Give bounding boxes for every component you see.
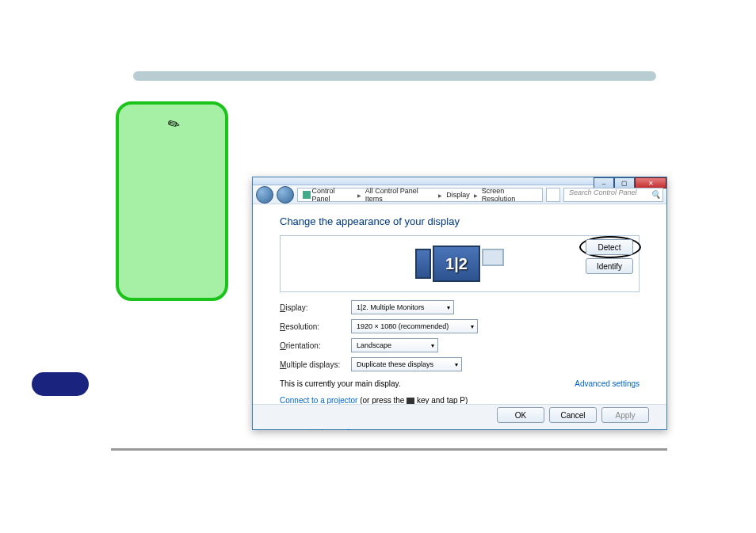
orientation-dropdown[interactable]: Landscape bbox=[351, 338, 438, 352]
monitor-thumb-tiny bbox=[482, 249, 504, 266]
control-panel-icon bbox=[303, 191, 311, 199]
page-title: Change the appearance of your display bbox=[280, 215, 640, 227]
advanced-settings-link[interactable]: Advanced settings bbox=[575, 379, 640, 388]
pen-icon: ✎ bbox=[165, 114, 184, 135]
main-display-text: This is currently your main display. bbox=[280, 379, 401, 388]
display-label: Display: bbox=[280, 303, 351, 312]
blue-pill bbox=[32, 372, 89, 396]
monitor-thumb-main[interactable]: 1|2 bbox=[433, 246, 480, 282]
ok-button[interactable]: OK bbox=[497, 407, 544, 423]
screen-resolution-dialog: – ▢ ✕ Control Panel All Control Panel It… bbox=[252, 177, 667, 430]
search-icon: 🔍 bbox=[651, 190, 660, 199]
forward-button[interactable] bbox=[277, 186, 294, 204]
address-toolbar: Control Panel All Control Panel Items Di… bbox=[253, 185, 666, 204]
refresh-button[interactable] bbox=[546, 188, 560, 202]
back-button[interactable] bbox=[256, 186, 273, 204]
breadcrumb-item[interactable]: Screen Resolution bbox=[482, 187, 537, 203]
cancel-button[interactable]: Cancel bbox=[549, 407, 597, 423]
search-input[interactable]: Search Control Panel 🔍 bbox=[563, 188, 663, 202]
orientation-label: Orientation: bbox=[280, 341, 351, 350]
breadcrumb-item[interactable]: Control Panel bbox=[312, 187, 353, 203]
info-row: This is currently your main display. Adv… bbox=[280, 379, 640, 388]
multiple-displays-label: Multiple displays: bbox=[280, 360, 351, 369]
breadcrumb-item[interactable]: Display bbox=[446, 191, 470, 199]
monitor-thumb-small bbox=[415, 249, 431, 279]
search-placeholder: Search Control Panel bbox=[569, 188, 637, 196]
resolution-label: Resolution: bbox=[280, 322, 351, 331]
monitor-number-label: 1|2 bbox=[445, 255, 468, 273]
bottom-separator bbox=[111, 448, 667, 451]
breadcrumb[interactable]: Control Panel All Control Panel Items Di… bbox=[297, 188, 543, 202]
detect-button[interactable]: Detect bbox=[586, 239, 633, 255]
display-dropdown[interactable]: 1|2. Multiple Monitors bbox=[351, 300, 454, 314]
apply-button[interactable]: Apply bbox=[601, 407, 649, 423]
identify-button[interactable]: Identify bbox=[586, 258, 633, 274]
settings-form: Display: 1|2. Multiple Monitors Resoluti… bbox=[280, 300, 640, 371]
breadcrumb-item[interactable]: All Control Panel Items bbox=[365, 187, 435, 203]
resolution-dropdown[interactable]: 1920 × 1080 (recommended) bbox=[351, 319, 478, 333]
page-separator bbox=[133, 71, 656, 81]
note-card: ✎ bbox=[116, 101, 228, 301]
monitor-preview: 1|2 bbox=[415, 246, 504, 282]
dialog-buttons: OK Cancel Apply bbox=[497, 407, 649, 423]
multiple-displays-dropdown[interactable]: Duplicate these displays bbox=[351, 357, 462, 371]
